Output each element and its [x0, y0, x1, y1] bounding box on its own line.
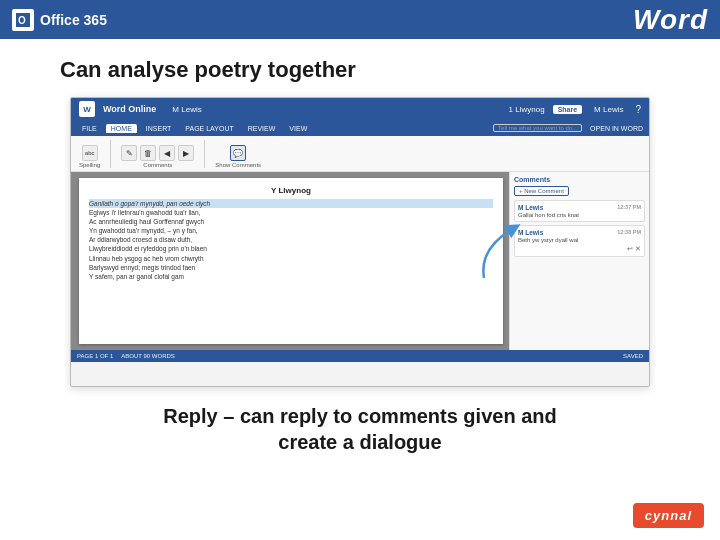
word-count: ABOUT 90 WORDS	[121, 353, 175, 359]
next-comment-icon[interactable]: ▶	[178, 145, 194, 161]
toolbar-group-spelling: abc Spelling	[79, 145, 100, 171]
comments-group-label: Comments	[143, 162, 172, 168]
share-button[interactable]: Share	[553, 105, 582, 114]
poem-line-8: Barlyswyd ennyd; megis trindod faen	[89, 263, 493, 272]
word-doc-page: Y Llwynog Ganilath o gopa'r mynydd, pan …	[79, 178, 503, 344]
word-label: Word	[633, 4, 708, 36]
toolbar-sep-2	[204, 140, 205, 168]
top-bar: O Office 365 Word	[0, 0, 720, 39]
comment-item-1: M Lewis 12:37 PM Gallai hon fod cris kna…	[514, 200, 645, 222]
main-content: Can analyse poetry together W Word Onlin…	[0, 39, 720, 540]
word-doc-footer: PAGE 1 OF 1 ABOUT 90 WORDS SAVED	[71, 350, 649, 362]
new-comment-button[interactable]: + New Comment	[514, 186, 569, 196]
tab-page-layout[interactable]: PAGE LAYOUT	[180, 124, 238, 133]
page-info: PAGE 1 OF 1	[77, 353, 113, 359]
help-icon: ?	[635, 104, 641, 115]
toolbar-group-show-comments: 💬 Show Comments	[215, 145, 261, 171]
tab-home[interactable]: HOME	[106, 124, 137, 133]
show-comments-icon[interactable]: 💬	[230, 145, 246, 161]
new-comment-icon[interactable]: ✎	[121, 145, 137, 161]
word-title-bar: W Word Online M Lewis 1 Llwynog Share M …	[71, 98, 649, 120]
user-name: M Lewis	[594, 105, 623, 114]
word-app-icon: W	[79, 101, 95, 117]
tab-file[interactable]: FILE	[77, 124, 102, 133]
page-heading: Can analyse poetry together	[60, 57, 356, 83]
word-screenshot: W Word Online M Lewis 1 Llwynog Share M …	[70, 97, 650, 387]
collab-user: 1 Llwynog	[509, 105, 545, 114]
comment-2-time: 12:38 PM	[617, 229, 641, 236]
bottom-text-container: Reply – can reply to comments given and …	[163, 403, 556, 455]
poem-line-3: Ac annrheuliedig haul Gorffennaf gwych	[89, 217, 493, 226]
comment-1-text: Gallai hon fod cris knat	[518, 212, 641, 218]
tab-insert[interactable]: INSERT	[141, 124, 177, 133]
bottom-line-2: create a dialogue	[163, 429, 556, 455]
bottom-line-1: Reply – can reply to comments given and	[163, 403, 556, 429]
poem-title: Y Llwynog	[89, 186, 493, 195]
comment-reply-icon[interactable]: ↩	[627, 245, 633, 253]
prev-comment-icon[interactable]: ◀	[159, 145, 175, 161]
poem-line-7: Llinnau heb ysgog ac heb vrom chwryth	[89, 254, 493, 263]
word-app-name: Word Online	[103, 104, 156, 114]
show-comments-label: Show Comments	[215, 162, 261, 168]
comment-2-text: Beth yw ystyr dyall wal	[518, 237, 641, 243]
comment-1-author: M Lewis 12:37 PM	[518, 204, 641, 211]
poem-line-2: Eglwys i'r lletnrau'n gwahodd tua'r llan…	[89, 208, 493, 217]
spelling-label: Spelling	[79, 162, 100, 168]
toolbar-sep-1	[110, 140, 111, 168]
tab-review[interactable]: REVIEW	[243, 124, 281, 133]
comments-panel-header: Comments	[514, 176, 645, 183]
office365-label: Office 365	[40, 12, 107, 28]
poem-line-4: Yn gwahodd tua'r mynydd, – yn y fan,	[89, 226, 493, 235]
cynnal-logo: cynnal	[633, 503, 704, 528]
poem-line-6: Llwybreiddiodd ei ryfeddog prin o'n blae…	[89, 244, 493, 253]
doc-name: M Lewis	[172, 105, 201, 114]
comment-2-author: M Lewis 12:38 PM	[518, 229, 641, 236]
poem-line-9: Y safem, pan ar ganol clofal gam	[89, 272, 493, 281]
poem-line-1: Ganilath o gopa'r mynydd, pan oede clych	[89, 199, 493, 208]
spelling-icon[interactable]: abc	[82, 145, 98, 161]
comment-delete-icon[interactable]: ✕	[635, 245, 641, 253]
word-doc-body: Y Llwynog Ganilath o gopa'r mynydd, pan …	[71, 172, 649, 350]
tab-view[interactable]: VIEW	[284, 124, 312, 133]
toolbar-group-comments: ✎ 🗑 ◀ ▶ Comments	[121, 145, 194, 171]
open-in-word-link[interactable]: OPEN IN WORD	[590, 125, 643, 132]
comments-panel: Comments + New Comment M Lewis 12:37 PM …	[509, 172, 649, 350]
delete-comment-icon[interactable]: 🗑	[140, 145, 156, 161]
comment-1-time: 12:37 PM	[617, 204, 641, 211]
save-status: SAVED	[623, 353, 643, 359]
comment-2-actions: ↩ ✕	[518, 245, 641, 253]
svg-text:O: O	[18, 15, 26, 26]
word-toolbar: abc Spelling ✎ 🗑 ◀ ▶ Comments 💬 Show	[71, 136, 649, 172]
ribbon-tabs: FILE HOME INSERT PAGE LAYOUT REVIEW VIEW…	[71, 120, 649, 136]
comment-item-2: M Lewis 12:38 PM Beth yw ystyr dyall wal…	[514, 225, 645, 257]
tell-me-input[interactable]: Tell me what you want to do...	[493, 124, 582, 132]
office-logo-icon: O	[12, 9, 34, 31]
poem-line-5: Ar ddiarwybod croesd a disaw duth,	[89, 235, 493, 244]
office-logo: O Office 365	[12, 9, 107, 31]
